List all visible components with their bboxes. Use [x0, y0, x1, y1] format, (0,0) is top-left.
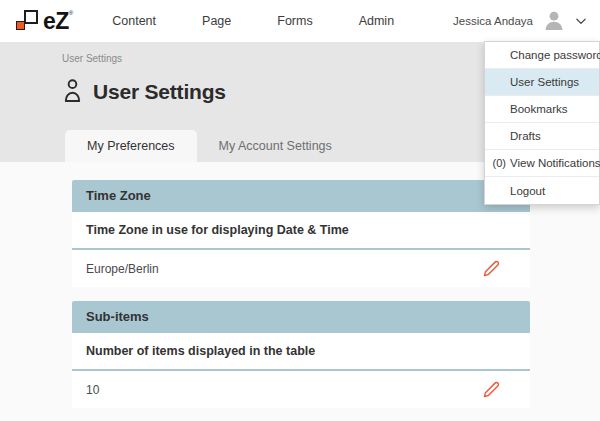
- menu-item-label: Bookmarks: [510, 103, 568, 115]
- page-title: User Settings: [93, 80, 226, 104]
- logo-outline-square: [24, 10, 38, 24]
- avatar-icon: [542, 9, 566, 33]
- menu-item-label: Drafts: [510, 130, 541, 142]
- title-row: User Settings: [61, 78, 226, 105]
- notification-count: (0): [485, 157, 506, 169]
- tab-bar: My Preferences My Account Settings: [65, 130, 354, 162]
- top-bar: eZ ® Content Page Forms Admin Jessica An…: [0, 0, 600, 42]
- ez-logo[interactable]: eZ ®: [14, 8, 73, 34]
- menu-item-label: Change password: [510, 49, 600, 61]
- menu-item-label: View Notifications: [510, 157, 600, 169]
- setting-row: 10: [72, 371, 530, 408]
- section-body: Number of items displayed in the table 1…: [72, 333, 530, 408]
- setting-label: Time Zone in use for displaying Date & T…: [72, 212, 530, 250]
- logo-text: eZ: [43, 8, 69, 34]
- menu-item-bookmarks[interactable]: Bookmarks: [485, 96, 599, 123]
- menu-item-change-password[interactable]: Change password: [485, 42, 599, 69]
- section-sub-items: Sub-items Number of items displayed in t…: [72, 301, 530, 408]
- menu-item-view-notifications[interactable]: (0) View Notifications: [485, 150, 599, 177]
- tab-my-preferences[interactable]: My Preferences: [65, 130, 197, 162]
- user-name: Jessica Andaya: [453, 15, 533, 27]
- menu-item-drafts[interactable]: Drafts: [485, 123, 599, 150]
- section-time-zone: Time Zone Time Zone in use for displayin…: [72, 180, 530, 287]
- section-title: Sub-items: [72, 301, 530, 333]
- menu-item-label: Logout: [510, 185, 545, 197]
- edit-time-zone-button[interactable]: [483, 260, 500, 277]
- menu-item-label: User Settings: [510, 76, 579, 88]
- breadcrumb: User Settings: [62, 53, 122, 64]
- nav-item-forms[interactable]: Forms: [277, 14, 312, 28]
- edit-sub-items-button[interactable]: [483, 381, 500, 398]
- menu-item-user-settings[interactable]: User Settings: [485, 69, 599, 96]
- tab-my-account-settings[interactable]: My Account Settings: [197, 130, 354, 162]
- edit-icon: [483, 260, 500, 277]
- ez-logo-icon: [14, 8, 39, 34]
- logo-registered-mark: ®: [69, 10, 73, 16]
- setting-row: Europe/Berlin: [72, 250, 530, 287]
- logo-orange-square: [16, 21, 25, 30]
- setting-label: Number of items displayed in the table: [72, 333, 530, 371]
- section-title: Time Zone: [72, 180, 530, 212]
- section-body: Time Zone in use for displaying Date & T…: [72, 212, 530, 287]
- nav-item-admin[interactable]: Admin: [359, 14, 394, 28]
- nav-item-content[interactable]: Content: [112, 14, 156, 28]
- user-dropdown-menu: Change password User Settings Bookmarks …: [484, 41, 600, 205]
- user-menu-toggle[interactable]: Jessica Andaya: [453, 9, 588, 33]
- edit-icon: [483, 381, 500, 398]
- menu-item-logout[interactable]: Logout: [485, 177, 599, 204]
- main-nav: Content Page Forms Admin: [112, 14, 440, 28]
- user-icon: [61, 78, 84, 105]
- setting-value: Europe/Berlin: [86, 262, 159, 276]
- chevron-down-icon: [574, 14, 588, 28]
- setting-value: 10: [86, 383, 99, 397]
- nav-item-page[interactable]: Page: [202, 14, 231, 28]
